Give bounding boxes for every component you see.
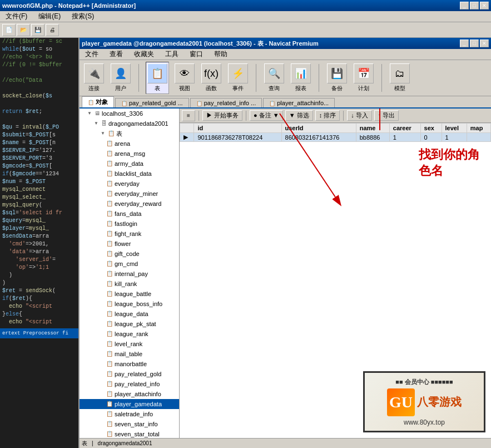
col-level[interactable]: level [442, 124, 467, 133]
print-button[interactable]: 🖨 [46, 24, 59, 36]
tree-table-league-battle[interactable]: 📋 league_battle [80, 289, 179, 299]
code-line: //echo '<br> bu [0, 53, 78, 61]
view-tool[interactable]: 👁 视图 [173, 63, 196, 92]
minimize-button[interactable]: _ [460, 2, 469, 9]
menu-edit[interactable]: 编辑(E) [35, 11, 64, 22]
watermark-box: ■■ 会员中心 ■■■■■■ GU 八零游戏 www.80yx.top [363, 371, 485, 432]
nav-menu-favorites[interactable]: 收藏夹 [131, 49, 157, 60]
navicat-menu-bar: 文件 查看 收藏夹 工具 窗口 帮助 [80, 49, 491, 60]
nav-menu-view[interactable]: 查看 [106, 49, 126, 60]
col-name[interactable]: name [356, 124, 389, 133]
tree-table-internal-pay[interactable]: 📋 internal_pay [80, 269, 179, 279]
tree-table-player-attach[interactable]: 📋 player_attachinfo [80, 389, 179, 399]
code-line: echo "<script [0, 318, 78, 326]
col-sex[interactable]: sex [420, 124, 442, 133]
filter-button[interactable]: ▼ 筛选 [285, 110, 313, 121]
tree-table-fight-rank[interactable]: 📋 fight_rank [80, 229, 179, 239]
notepad-window-controls[interactable]: _ □ ✕ [460, 2, 489, 9]
tab-object[interactable]: 📋对象 [82, 96, 114, 107]
model-tool[interactable]: 🗂 模型 [389, 63, 411, 92]
code-line: if($ret){ [0, 295, 78, 303]
backup-tool[interactable]: 💾 备份 [326, 63, 348, 92]
user-tool[interactable]: 👤 用户 [110, 63, 132, 92]
tree-table-gm-cmd[interactable]: 📋 gm_cmd [80, 259, 179, 269]
col-userid[interactable]: userId [281, 124, 356, 133]
nav-menu-file[interactable]: 文件 [82, 49, 102, 60]
tree-table-seven-star-info[interactable]: 📋 seven_star_info [80, 419, 179, 429]
report-tool[interactable]: 📊 报表 [290, 63, 312, 92]
tree-table-fastlogin[interactable]: 📋 fastlogin [80, 219, 179, 229]
close-button[interactable]: ✕ [480, 2, 489, 9]
tree-table-arena-msg[interactable]: 📋 arena_msg [80, 149, 179, 159]
function-tool[interactable]: f(x) 函数 [200, 63, 222, 92]
menu-icon-button[interactable]: ≡ [182, 110, 195, 121]
tree-table-manorbattle[interactable]: 📋 manorbattle [80, 359, 179, 369]
tree-table-blacklist[interactable]: 📋 blacklist_data [80, 169, 179, 179]
table-row-icon: 📋 [106, 410, 113, 419]
event-tool[interactable]: ⚡ 事件 [227, 63, 249, 92]
plan-tool[interactable]: 📅 计划 [353, 63, 375, 92]
navicat-restore[interactable]: □ [470, 40, 479, 47]
tab-pay-info[interactable]: 📋pay_related_info ... [190, 98, 262, 107]
tree-table-pay-gold[interactable]: 📋 pay_related_gold [80, 369, 179, 379]
report-label: 报表 [295, 85, 306, 92]
backup-label: 备份 [331, 85, 343, 92]
tree-table-player-gamedata[interactable]: 📋 player_gamedata [80, 399, 179, 409]
tree-table-everyday-miner[interactable]: 📋 everyday_miner [80, 189, 179, 199]
table-name: level_rank [115, 339, 142, 348]
tree-table-pay-info[interactable]: 📋 pay_related_info [80, 379, 179, 389]
tree-table-everyday[interactable]: 📋 everyday [80, 179, 179, 189]
open-button[interactable]: 📂 [17, 24, 30, 36]
nav-menu-help[interactable]: 帮助 [211, 49, 231, 60]
navicat-minimize[interactable]: _ [460, 40, 469, 47]
backup-note-button[interactable]: ● 备注 ▼ [250, 110, 283, 121]
navicat-window-controls[interactable]: _ □ ✕ [460, 40, 489, 47]
code-line: $player=mysql_ [0, 225, 78, 233]
query-tool[interactable]: 🔍 查询 [263, 63, 285, 92]
export-button[interactable]: ↑ 导出 [374, 110, 399, 121]
event-label: 事件 [232, 85, 244, 92]
tree-table-level-rank[interactable]: 📋 level_rank [80, 339, 179, 349]
tree-table-league-rank[interactable]: 📋 league_rank [80, 329, 179, 339]
maximize-button[interactable]: □ [470, 2, 479, 9]
table-name: kill_rank [115, 279, 137, 288]
tree-table-league-pk[interactable]: 📋 league_pk_stat [80, 319, 179, 329]
tree-table-everyday-reward[interactable]: 📋 everyday_reward [80, 199, 179, 209]
tab-bar: 📋对象 📋pay_related_gold ... 📋pay_related_i… [80, 96, 491, 109]
save-button[interactable]: 💾 [31, 24, 44, 36]
nav-menu-tools[interactable]: 工具 [162, 49, 182, 60]
new-file-button[interactable]: 📄 [2, 24, 16, 36]
begin-transaction-button[interactable]: ▶ 开始事务 [202, 110, 242, 121]
toolbar-divider3 [319, 64, 319, 92]
nav-menu-window[interactable]: 窗口 [186, 49, 206, 60]
col-career[interactable]: career [389, 124, 420, 133]
table-row[interactable]: ▶ 9011868736278T08224 8608032167141376 b… [180, 133, 491, 142]
tree-table-mail-table[interactable]: 📋 mail_table [80, 349, 179, 359]
navicat-close[interactable]: ✕ [480, 40, 489, 47]
tree-table-gift-code[interactable]: 📋 gift_code [80, 249, 179, 259]
tab-player-attach[interactable]: 📋player_attachinfo... [263, 98, 335, 107]
tree-table-flower[interactable]: 📋 flower [80, 239, 179, 249]
menu-search[interactable]: 搜索(S) [68, 11, 97, 22]
tree-table-army-data[interactable]: 📋 army_data [80, 159, 179, 169]
tree-table-fans-data[interactable]: 📋 fans_data [80, 209, 179, 219]
col-map[interactable]: map [467, 124, 490, 133]
tree-table-seven-star-total[interactable]: 📋 seven_star_total [80, 429, 179, 438]
tree-table-league-boss[interactable]: 📋 league_boss_info [80, 299, 179, 309]
table-row-icon: 📋 [106, 299, 113, 308]
code-line [0, 100, 78, 108]
tab-pay-gold[interactable]: 📋pay_related_gold ... [115, 98, 189, 107]
connect-tool[interactable]: 🔌 连接 [83, 63, 105, 92]
menu-file[interactable]: 文件(F) [2, 11, 31, 22]
tree-localhost[interactable]: ▼ 🖥 localhost_3306 [80, 109, 179, 119]
import-button[interactable]: ↓ 导入 [347, 110, 372, 121]
table-tool[interactable]: 📋 表 [146, 62, 169, 94]
tree-table-arena[interactable]: 📋 arena [80, 139, 179, 149]
tree-database[interactable]: ▼ 🗄 dragongamedata2001 [80, 119, 179, 129]
tree-tables-node[interactable]: ▼ 📋 表 [80, 129, 179, 139]
sort-button[interactable]: ↕ 排序 [315, 110, 340, 121]
tree-table-saletrade[interactable]: 📋 saletrade_info [80, 409, 179, 419]
col-id[interactable]: id [194, 124, 281, 133]
tree-table-league-data[interactable]: 📋 league_data [80, 309, 179, 319]
tree-table-kill-rank[interactable]: 📋 kill_rank [80, 279, 179, 289]
